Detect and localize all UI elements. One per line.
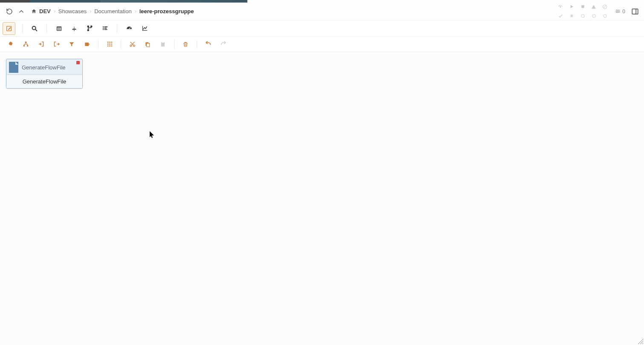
circle-icon bbox=[578, 12, 587, 20]
svg-rect-35 bbox=[104, 28, 107, 29]
svg-rect-31 bbox=[102, 26, 104, 27]
undo-button[interactable] bbox=[200, 38, 216, 50]
warning-icon bbox=[589, 3, 598, 11]
panel-toggle-button[interactable] bbox=[629, 6, 641, 17]
svg-point-11 bbox=[603, 14, 606, 17]
svg-rect-38 bbox=[142, 26, 142, 31]
nav-up-button[interactable] bbox=[15, 6, 27, 17]
funnel-button[interactable] bbox=[64, 38, 79, 50]
search-button[interactable] bbox=[27, 22, 42, 35]
enable-button[interactable] bbox=[33, 38, 49, 50]
separator bbox=[22, 24, 23, 33]
svg-rect-43 bbox=[27, 45, 28, 46]
processor-title: GenerateFlowFile bbox=[22, 64, 66, 71]
separator bbox=[174, 40, 174, 49]
processor-type-label: GenerateFlowFile bbox=[6, 75, 82, 88]
home-icon[interactable] bbox=[30, 6, 38, 17]
svg-rect-32 bbox=[102, 28, 104, 29]
svg-rect-2 bbox=[581, 5, 584, 8]
svg-point-10 bbox=[592, 14, 595, 17]
svg-rect-61 bbox=[161, 42, 165, 46]
edit-mode-button[interactable] bbox=[3, 22, 15, 35]
svg-point-0 bbox=[560, 6, 561, 7]
separator bbox=[121, 40, 121, 49]
play-icon bbox=[567, 3, 576, 11]
svg-rect-39 bbox=[142, 30, 147, 31]
queue-count: 0 bbox=[615, 9, 625, 14]
branch-button[interactable] bbox=[82, 22, 97, 35]
svg-rect-34 bbox=[104, 26, 107, 27]
chevron-right-icon bbox=[88, 10, 93, 13]
svg-rect-62 bbox=[162, 42, 164, 43]
flow-canvas[interactable]: GenerateFlowFile GenerateFlowFile bbox=[0, 52, 644, 345]
copy-button[interactable] bbox=[140, 38, 155, 50]
svg-rect-49 bbox=[107, 43, 108, 45]
svg-point-9 bbox=[581, 14, 584, 17]
circle-icon bbox=[600, 12, 609, 20]
top-bar: DEV Showcases Documentation leere-prozes… bbox=[0, 3, 644, 20]
refresh-button[interactable] bbox=[3, 6, 15, 17]
disable-button[interactable] bbox=[49, 38, 64, 50]
secondary-toolbar bbox=[0, 37, 644, 52]
chart-button[interactable] bbox=[137, 22, 152, 35]
svg-line-19 bbox=[35, 29, 37, 31]
svg-rect-33 bbox=[102, 29, 104, 30]
svg-line-4 bbox=[603, 6, 606, 8]
cut-button[interactable] bbox=[125, 38, 140, 50]
mouse-cursor-icon bbox=[150, 131, 155, 139]
svg-rect-54 bbox=[111, 46, 112, 47]
svg-rect-48 bbox=[111, 42, 112, 43]
svg-rect-52 bbox=[107, 46, 108, 47]
services-button[interactable] bbox=[67, 22, 82, 35]
processor-status-stopped bbox=[76, 61, 80, 64]
svg-rect-46 bbox=[107, 42, 108, 43]
svg-rect-50 bbox=[109, 43, 110, 45]
svg-rect-44 bbox=[85, 42, 88, 46]
svg-point-29 bbox=[87, 29, 89, 31]
breadcrumb-item-1[interactable]: Showcases bbox=[58, 8, 87, 14]
breadcrumb-item-2[interactable]: Documentation bbox=[94, 8, 131, 14]
redo-button bbox=[216, 38, 231, 50]
transmit-icon bbox=[556, 3, 565, 11]
disabled-icon bbox=[600, 3, 609, 11]
svg-rect-27 bbox=[74, 27, 74, 28]
separator bbox=[46, 24, 47, 33]
grid-button[interactable] bbox=[102, 38, 117, 50]
chevron-right-icon bbox=[133, 10, 138, 13]
hierarchy-button[interactable] bbox=[18, 38, 33, 50]
resize-grip-icon bbox=[637, 338, 643, 344]
svg-point-28 bbox=[87, 26, 89, 27]
asterisk-icon bbox=[567, 12, 576, 20]
breadcrumb-item-current[interactable]: leere-prozessgruppe bbox=[139, 8, 194, 14]
svg-rect-51 bbox=[111, 43, 112, 45]
svg-marker-1 bbox=[571, 5, 573, 8]
dashboard-button[interactable] bbox=[122, 22, 137, 35]
breadcrumb: DEV Showcases Documentation leere-prozes… bbox=[30, 6, 194, 17]
svg-point-18 bbox=[32, 26, 36, 29]
svg-marker-45 bbox=[89, 42, 90, 46]
svg-rect-47 bbox=[109, 42, 110, 43]
settings-button[interactable] bbox=[3, 38, 18, 50]
calendar-button[interactable] bbox=[51, 22, 67, 35]
processor-node[interactable]: GenerateFlowFile GenerateFlowFile bbox=[6, 59, 83, 89]
svg-line-65 bbox=[638, 339, 643, 344]
svg-point-26 bbox=[74, 30, 75, 31]
breadcrumb-root[interactable]: DEV bbox=[39, 8, 51, 14]
svg-rect-21 bbox=[57, 28, 61, 30]
topbar-right: 0 bbox=[556, 3, 641, 20]
list-button[interactable] bbox=[97, 22, 113, 35]
svg-rect-53 bbox=[109, 46, 110, 47]
circle-icon bbox=[589, 12, 598, 20]
svg-rect-15 bbox=[632, 9, 638, 14]
separator bbox=[197, 40, 197, 49]
svg-rect-42 bbox=[23, 45, 24, 46]
svg-point-30 bbox=[90, 26, 92, 27]
svg-line-67 bbox=[642, 343, 643, 344]
check-icon bbox=[556, 12, 565, 20]
label-button[interactable] bbox=[79, 38, 95, 50]
delete-button[interactable] bbox=[178, 38, 193, 50]
separator bbox=[117, 24, 117, 33]
stop-icon bbox=[578, 3, 587, 11]
separator bbox=[98, 40, 99, 49]
primary-toolbar bbox=[0, 20, 644, 37]
